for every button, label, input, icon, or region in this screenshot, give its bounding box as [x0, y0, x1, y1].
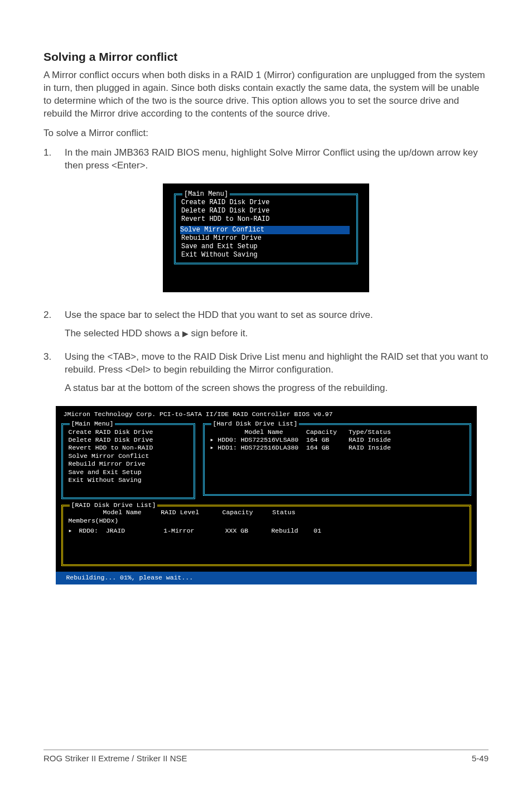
bios-raid-controller-screenshot: JMicron Technology Corp. PCI-to-SATA II/… [56, 406, 477, 572]
bios2-raid-header: Model Name RAID Level Capacity Status [69, 509, 464, 516]
step-3: 3. Using the <TAB>, move to the RAID Dis… [43, 351, 489, 400]
bios2-main-legend: [Main Menu] [70, 420, 115, 428]
bios1-legend: [Main Menu] [182, 190, 230, 199]
bios2-title: JMicron Technology Corp. PCI-to-SATA II/… [61, 409, 471, 421]
bios1-item-3: Rebuild Mirror Drive [181, 234, 351, 243]
footer-right: 5-49 [472, 753, 489, 763]
bios2-hdd-row-0: ▸ HDD0: HDS722516VLSA80 164 GB RAID Insi… [210, 436, 464, 444]
step-2-text-a: Use the space bar to select the HDD that… [65, 309, 489, 322]
bios2-hdd-legend: [Hard Disk Drive List] [211, 420, 299, 428]
step-3-text-a: Using the <TAB>, move to the RAID Disk D… [65, 351, 489, 376]
bios2-raid-row: ▸ RDD0: JRAID 1-Mirror XXX GB Rebuild 01 [69, 527, 464, 535]
step-1: 1. In the main JMB363 RAID BIOS menu, hi… [43, 147, 489, 178]
step-2-number: 2. [43, 309, 65, 346]
step-2: 2. Use the space bar to select the HDD t… [43, 309, 489, 346]
bios2-raid-row-text: RDD0: JRAID 1-Mirror XXX GB Rebuild 01 [75, 527, 322, 534]
triangle-right-icon: ▶ [182, 328, 188, 339]
footer-left: ROG Striker II Extreme / Striker II NSE [43, 753, 187, 763]
bios2-main-item-1: Delete RAID Disk Drive [69, 436, 188, 444]
bios2-main-item-4: Rebuild Mirror Drive [69, 460, 188, 468]
bios2-main-item-6: Exit Without Saving [69, 476, 188, 484]
step-2-text-b: The selected HDD shows a ▶ sign before i… [65, 327, 489, 340]
bios2-main-item-5: Save and Exit Setup [69, 468, 188, 476]
bios2-raid-members: Members(HDDx) [69, 517, 464, 525]
bios-main-menu-screenshot: [Main Menu] Create RAID Disk Drive Delet… [163, 183, 369, 292]
bios1-item-0: Create RAID Disk Drive [181, 199, 351, 207]
bios2-main-item-3: Solve Mirror Conflict [69, 452, 188, 460]
bios1-item-1: Delete RAID Disk Drive [181, 207, 351, 215]
lead-in: To solve a Mirror conflict: [43, 127, 489, 140]
bios2-hdd-row-1: ▸ HDD1: HDS722516DLA380 164 GB RAID Insi… [210, 444, 464, 452]
bios2-status-bar: Rebuilding... 01%, please wait... [56, 572, 477, 584]
bios2-main-item-2: Revert HDD to Non-RAID [69, 444, 188, 452]
bios1-item-2: Revert HDD to Non-RAID [181, 215, 351, 224]
triangle-marker-icon: ▸ [69, 527, 75, 535]
intro-paragraph: A Mirror conflict occurs when both disks… [43, 69, 489, 120]
bios1-item-5: Exit Without Saving [181, 251, 351, 259]
step-1-text: In the main JMB363 RAID BIOS menu, highl… [65, 147, 489, 172]
step-3-text-b: A status bar at the bottom of the screen… [65, 382, 489, 395]
bios2-main-item-0: Create RAID Disk Drive [69, 428, 188, 436]
step-2-post: sign before it. [188, 328, 248, 339]
step-1-number: 1. [43, 147, 65, 178]
bios2-raid-legend: [RAID Disk Drive List] [70, 501, 158, 509]
step-3-number: 3. [43, 351, 65, 400]
page-footer: ROG Striker II Extreme / Striker II NSE … [43, 750, 489, 763]
bios1-item-4: Save and Exit Setup [181, 243, 351, 251]
step-2-pre: The selected HDD shows a [65, 328, 182, 339]
section-heading: Solving a Mirror conflict [43, 50, 489, 64]
bios2-hdd-header: Model Name Capacity Type/Status [210, 428, 464, 436]
bios1-highlighted-item: Solve Mirror Conflict [180, 226, 350, 234]
